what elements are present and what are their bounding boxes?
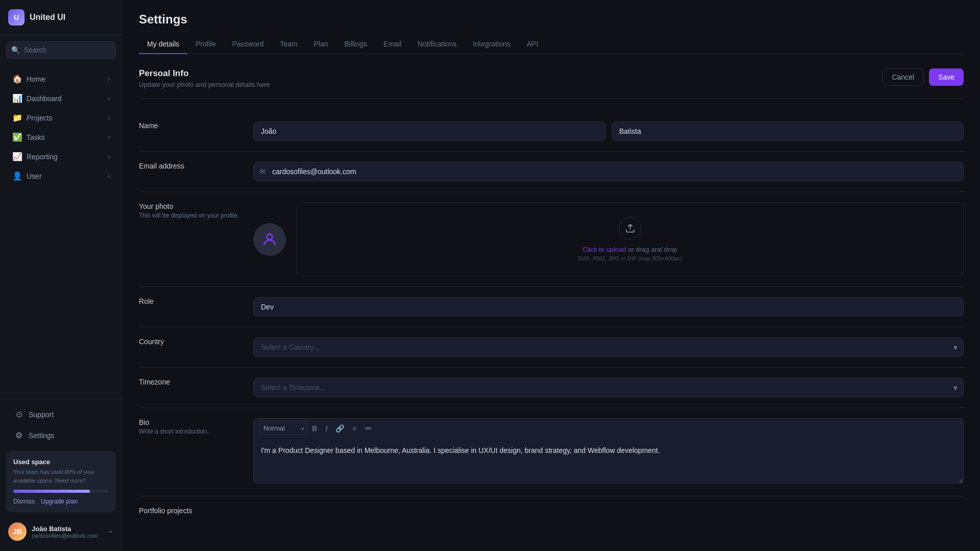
sidebar-item-settings[interactable]: ⚙ Settings	[6, 426, 116, 445]
bold-button[interactable]: B	[309, 422, 320, 435]
user-icon: 👤	[12, 171, 21, 181]
tabs: My details Profile Password Team Plan Bi…	[139, 35, 964, 54]
dismiss-button[interactable]: Dismiss	[13, 498, 35, 505]
logout-icon[interactable]: →	[106, 527, 114, 536]
email-input[interactable]	[253, 162, 964, 181]
timezone-row: Timezone Select a Timezone... UTC+10:00 …	[139, 368, 964, 408]
tab-notifications[interactable]: Notifications	[410, 35, 465, 54]
country-label-col: Country	[139, 338, 241, 346]
photo-label: Your photo	[139, 202, 241, 210]
used-space-actions: Dismiss Upgrade plan	[13, 498, 109, 505]
upgrade-button[interactable]: Upgrade plan	[41, 498, 78, 505]
progress-bar	[13, 490, 109, 493]
chevron-icon: ›	[108, 76, 110, 83]
sidebar-item-user[interactable]: 👤 User ›	[4, 166, 118, 185]
photo-section: Click to upload or drag and drop SVG, PN…	[253, 202, 964, 276]
section-header: Persoal Info Update your photo and perso…	[139, 68, 964, 99]
timezone-select[interactable]: Select a Timezone... UTC+10:00 - Melbour…	[253, 378, 964, 397]
sidebar-nav: 🏠 Home › 📊 Dashboard › 📁 Projects › ✅ Ta…	[0, 65, 122, 398]
cancel-button[interactable]: Cancel	[882, 68, 924, 86]
ordered-list-button[interactable]: ≔	[362, 422, 375, 435]
sidebar-item-support[interactable]: ⊙ Support	[6, 405, 116, 424]
photo-avatar	[253, 223, 286, 256]
bio-desc: Write a short introduction.	[139, 428, 241, 435]
first-name-input[interactable]	[253, 122, 606, 141]
sidebar-item-dashboard[interactable]: 📊 Dashboard ›	[4, 89, 118, 108]
photo-input-col: Click to upload or drag and drop SVG, PN…	[253, 202, 964, 276]
italic-button[interactable]: I	[322, 422, 330, 435]
save-button[interactable]: Save	[929, 68, 964, 86]
sidebar-item-home[interactable]: 🏠 Home ›	[4, 69, 118, 88]
app-name: United UI	[30, 13, 65, 22]
tab-integrations[interactable]: Integrations	[465, 35, 518, 54]
portfolio-label: Portfolio projects	[139, 507, 241, 515]
tab-billings[interactable]: Billings	[336, 35, 375, 54]
photo-label-col: Your photo This will be displayed on you…	[139, 202, 241, 219]
role-input[interactable]	[253, 297, 964, 317]
projects-icon: 📁	[12, 113, 21, 123]
section-desc: Update your photo and personal details h…	[139, 81, 270, 88]
upload-link[interactable]: Click to upload	[583, 246, 626, 253]
role-row: Role	[139, 287, 964, 327]
settings-icon: ⚙	[14, 430, 23, 440]
search-input[interactable]	[6, 41, 116, 59]
sidebar-item-label: Settings	[29, 432, 55, 440]
tab-email[interactable]: Email	[375, 35, 410, 54]
progress-fill	[13, 490, 90, 493]
bio-format-wrap: Normal Heading 1 Heading 2 ▾	[259, 422, 307, 435]
bio-row: Bio Write a short introduction. Normal H…	[139, 408, 964, 496]
upload-icon	[619, 217, 641, 239]
bio-textarea[interactable]: I'm a Product Designer based in Melbourn…	[253, 438, 964, 484]
page-title: Settings	[139, 12, 964, 27]
user-name: João Batista	[32, 525, 101, 533]
portfolio-row: Portfolio projects	[139, 496, 964, 525]
page-header: Settings My details Profile Password Tea…	[123, 0, 980, 54]
sidebar-bottom: ⊙ Support ⚙ Settings Used space Your tea…	[0, 398, 122, 551]
bio-format-select[interactable]: Normal Heading 1 Heading 2	[259, 422, 307, 435]
email-label: Email address	[139, 162, 241, 170]
country-select-wrap: Select a Country... Australia United Sta…	[253, 338, 964, 357]
last-name-input[interactable]	[612, 122, 964, 141]
logo-icon: U	[8, 9, 25, 26]
search-container: 🔍	[6, 41, 116, 59]
upload-zone[interactable]: Click to upload or drag and drop SVG, PN…	[296, 202, 964, 276]
sidebar-item-label: Projects	[27, 114, 53, 122]
svg-point-0	[267, 234, 273, 239]
section-info: Persoal Info Update your photo and perso…	[139, 68, 270, 88]
tab-api[interactable]: API	[518, 35, 546, 54]
timezone-label-col: Timezone	[139, 378, 241, 386]
home-icon: 🏠	[12, 74, 21, 84]
photo-row: Your photo This will be displayed on you…	[139, 192, 964, 287]
sidebar-item-label: Home	[27, 75, 45, 83]
list-button[interactable]: ≡	[349, 422, 360, 435]
used-space-title: Used space	[13, 458, 109, 466]
name-label: Name	[139, 122, 241, 130]
email-label-col: Email address	[139, 162, 241, 170]
dashboard-icon: 📊	[12, 93, 21, 103]
link-button[interactable]: 🔗	[332, 422, 347, 435]
app-logo[interactable]: U United UI	[0, 0, 122, 35]
sidebar-item-projects[interactable]: 📁 Projects ›	[4, 108, 118, 127]
user-email: cardosofiles@outlook.com	[32, 533, 101, 539]
support-icon: ⊙	[14, 410, 23, 419]
country-input-col: Select a Country... Australia United Sta…	[253, 338, 964, 357]
sidebar-item-tasks[interactable]: ✅ Tasks ›	[4, 128, 118, 147]
timezone-label: Timezone	[139, 378, 241, 386]
settings-content: Persoal Info Update your photo and perso…	[123, 54, 980, 551]
tab-password[interactable]: Password	[224, 35, 272, 54]
tab-profile[interactable]: Profile	[187, 35, 224, 54]
sidebar-item-label: Tasks	[27, 133, 45, 141]
name-label-col: Name	[139, 122, 241, 130]
tab-plan[interactable]: Plan	[305, 35, 336, 54]
sidebar-item-reporting[interactable]: 📈 Reporting ›	[4, 147, 118, 166]
email-input-wrap: ✉	[253, 162, 964, 181]
avatar: JB	[8, 522, 27, 541]
upload-hint: SVG, PNG, JPG or GIF (max.800×400px)	[307, 255, 953, 261]
tab-my-details[interactable]: My details	[139, 35, 187, 54]
sidebar-item-label: Reporting	[27, 153, 58, 161]
country-select[interactable]: Select a Country... Australia United Sta…	[253, 338, 964, 357]
section-title: Persoal Info	[139, 68, 270, 79]
bio-label: Bio	[139, 418, 241, 426]
tab-team[interactable]: Team	[272, 35, 305, 54]
name-input-col	[253, 122, 964, 141]
